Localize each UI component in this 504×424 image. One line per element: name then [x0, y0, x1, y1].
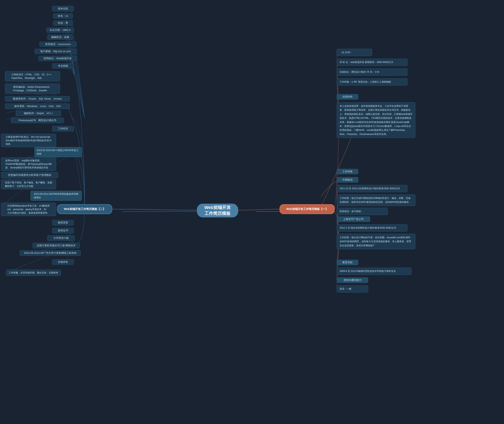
info-telecom-contact: 联系电话：庙子邮箱：	[337, 208, 388, 215]
leaf-computer-lang: 计算机语言：HTML、CSS、JS、C++、Flash/Flex、Silverl…	[5, 71, 60, 81]
leaf-self-eval-right-title: 自我评价	[337, 94, 358, 100]
leaf-apply-pos: 应聘岗位：Web前端开发	[38, 56, 77, 61]
info-job-seek: 求 职 位：web前端开发 期望薪资：3000-5000元/月	[337, 59, 408, 66]
leaf-work-desc1: 主要是使用HTML标记、div+css+javascriptDom操作等前端WE…	[1, 134, 56, 147]
lang-english-label: 英语：一般	[340, 287, 351, 290]
leaf-birthday: 出生日期：1992-4	[46, 28, 74, 33]
telecom-label: 中国电信	[342, 178, 353, 182]
leaf-self-eval-title: 自我评价	[52, 259, 74, 265]
self-eval-title: 自我评价	[342, 95, 353, 99]
leaf-web-editor: 网页编辑器：Adobe Dreamweaver、Frontpage、CSSDes…	[5, 84, 60, 94]
leaf-work-desc4: 实现了客户添加、客户修改、客户删除、批量删除客户、分页等几大功能	[1, 180, 56, 189]
leaf-work-desc5: 分别用到Myeclipse开发工具、orcl数据库ssh、javascript、…	[1, 203, 56, 216]
leaf-cert-title: 获得证书	[52, 228, 74, 233]
info-lang-english: 英语：一般	[337, 285, 368, 293]
svg-line-2	[71, 26, 85, 118]
leaf-work-title: 工作经历	[52, 126, 74, 131]
info-age: （女,22岁）	[337, 49, 372, 56]
work-right-title: 工作经验	[342, 170, 353, 173]
age-label: （女,22岁）	[340, 51, 353, 54]
leaf-email: 电子邮箱：http://xx.xx.com	[34, 49, 77, 54]
leaf-edu-title: 教育背景	[52, 220, 74, 225]
adv-period-label: 2012-2 至 现在任职网页设计/制作薪资2000-3000元/月	[340, 226, 396, 229]
adv-company-label: 上海谷宇广告公司	[343, 218, 364, 221]
target-pos-label: 目前职位：网页设计/制作 学 历：大专	[340, 71, 379, 73]
leaf-name: 姓名：xx	[53, 13, 73, 19]
telecom-contact-label: 联系电话：庙子邮箱：	[340, 210, 363, 213]
left-branch-node: Web前端开发工作简历模板【二】	[57, 204, 112, 214]
info-work-exp: 工作经验：1-3年 现居住地：上海徐汇上海植物园	[337, 78, 408, 86]
info-self-eval: 本人在校表现优秀，连年获得国家奖学金，三好学生优秀班干等荣誉，获得助理电子商务师…	[337, 102, 416, 138]
adv-work-label: 工作职责：独立设计网站的平面，然后切图，liuxue86.com制作成符合W3C…	[340, 236, 411, 247]
info-edu-school: 2009-9 至 2012-6海南经贸职业技术学院电子商务专业	[337, 268, 411, 275]
telecom-work-label: 工作职责：独立完成中国电信积分商城内页设计，修改，切图，完成页面制作，制作符合W…	[340, 197, 411, 203]
leaf-basic-info: 基本信息	[52, 6, 74, 11]
edu-right-title: 教育历程	[342, 261, 353, 264]
leaf-gender: 性别：男	[53, 20, 73, 25]
leaf-telecom: 中国电信	[337, 177, 358, 183]
leaf-self-eval: 工作积极，并且性格开朗，脑从支持、乐善助务	[6, 269, 61, 276]
leaf-cert: Photoshop证书、网页设计师证书	[11, 118, 64, 123]
leaf-edu-right-title: 教育历程	[337, 260, 358, 265]
leaf-skills-title: 专业技能	[52, 63, 74, 69]
center-node: Web前端开发工作简历模板	[197, 204, 238, 218]
leaf-work-desc2: 使用mvc思想、oop面向对象思想、ThinkPHP数据框架、基于jQuery的…	[1, 157, 56, 171]
leaf-work-desc3: 负责编写详细需求分析和客户管理模块	[1, 172, 58, 178]
leaf-phone: 联系电话：xxxxxxxxxx	[39, 42, 77, 47]
leaf-os: 操作系统：Windows、Linux、Unix、iOS	[5, 104, 70, 109]
self-eval-text: 本人在校表现优秀，连年获得国家奖学金，三好学生优秀班干等荣誉，获得助理电子商务师…	[340, 105, 412, 136]
leaf-lang-title: 意情沟通音能力	[337, 277, 368, 283]
info-telecom-period: 2011-12 至 2012-2任职网页设计/制作薪资2000 3000元/月	[337, 185, 408, 192]
leaf-adv-company: 上海谷宇广告公司	[337, 216, 370, 222]
leaf-english6: 大学英语六级	[47, 235, 75, 241]
leaf-work-right-title: 工作经验	[337, 169, 358, 174]
leaf-university: 2010.09-2014.06广州大学计算机网络工程本科	[20, 250, 81, 256]
leaf-marital: 婚姻状况：未婚	[47, 35, 73, 40]
right-branch-label: Web前端开发工作简历模板【一】	[286, 207, 328, 211]
leaf-prog-software: 编程软件：Delphi、VC++	[16, 111, 61, 116]
right-branch-node: Web前端开发工作简历模板【一】	[280, 204, 335, 214]
leaf-work-job2: 2013.09-2014.08CRM管理系统数据库和网端项目	[31, 191, 82, 201]
leaf-work-job1: 2015.02-2015.05××有限公司PHP开发工程师	[34, 147, 82, 157]
edu-school-label: 2009-9 至 2012-6海南经贸职业技术学院电子商务专业	[340, 270, 396, 273]
lang-title-label: 意情沟通音能力	[344, 278, 361, 282]
work-exp-label: 工作经验：1-3年 现居住地：上海徐汇上海植物园	[340, 81, 391, 83]
left-branch-label: Web前端开发工作简历模板【二】	[64, 207, 105, 211]
info-target-pos: 目前职位：网页设计/制作 学 历：大专	[337, 69, 408, 76]
info-telecom-work: 工作职责：独立完成中国电信积分商城内页设计，修改，切图，完成页面制作，制作符合W…	[337, 194, 416, 206]
leaf-database: 数据库软件：Oracle、SQL Sever、Access	[5, 96, 70, 101]
leaf-computer-cert: 全国计算机等级证书三级 网络技术	[32, 243, 80, 248]
center-label: Web前端开发工作简历模板	[204, 205, 231, 216]
info-adv-period: 2012-2 至 现在任职网页设计/制作薪资2000-3000元/月	[337, 224, 408, 231]
job-seek-label: 求 职 位：web前端开发 期望薪资：3000-5000元/月	[340, 61, 393, 63]
info-adv-work: 工作职责：独立设计网站的平面，然后切图，liuxue86.com制作成符合W3C…	[337, 234, 416, 249]
telecom-period-label: 2011-12 至 2012-2任职网页设计/制作薪资2000 3000元/月	[340, 187, 400, 190]
